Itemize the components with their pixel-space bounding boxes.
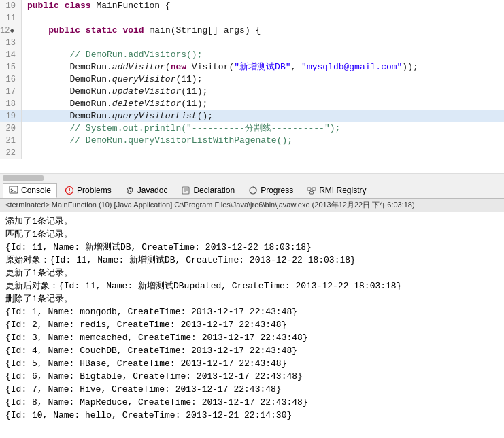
console-line-5: 更新了1条记录。 — [5, 267, 499, 280]
rmi-icon — [307, 186, 316, 195]
console-output[interactable]: 添加了1条记录。 匹配了1条记录。 {Id: 11, Name: 新增测试DB,… — [0, 212, 504, 438]
console-line-1: 添加了1条记录。 — [5, 215, 499, 228]
console-line-13: {Id: 6, Name: Bigtable, CreateTime: 2013… — [5, 370, 499, 383]
console-line-12: {Id: 5, Name: HBase, CreateTime: 2013-12… — [5, 357, 499, 370]
code-line-20: 20 // System.out.println("----------分割线-… — [0, 122, 504, 135]
line-content-18: DemoRun.deleteVisitor(11); — [22, 98, 207, 110]
code-line-15: 15 DemoRun.addVisitor(new Visitor("新增测试D… — [0, 61, 504, 73]
line-num-22: 22 — [0, 147, 22, 159]
console-header: <terminated> MainFunction (10) [Java App… — [0, 199, 504, 212]
code-line-18: 18 DemoRun.deleteVisitor(11); — [0, 98, 504, 110]
line-content-14: // DemoRun.addVisitors(); — [22, 49, 202, 61]
code-line-22: 22 — [0, 147, 504, 159]
console-line-2: 匹配了1条记录。 — [5, 228, 499, 241]
console-line-11: {Id: 4, Name: CouchDB, CreateTime: 2013-… — [5, 344, 499, 357]
console-icon — [9, 186, 18, 195]
line-num-11: 11 — [0, 12, 22, 24]
code-line-21: 21 // DemoRun.queryVisitorListWithPagena… — [0, 135, 504, 147]
line-content-20: // System.out.println("----------分割线----… — [22, 122, 340, 135]
bottom-panel: Console Problems @ Javadoc — [0, 182, 504, 438]
line-content-17: DemoRun.updateVisitor(11); — [22, 86, 207, 98]
console-line-7: 删除了1条记录。 — [5, 292, 499, 305]
tab-javadoc[interactable]: @ Javadoc — [119, 183, 174, 198]
javadoc-icon: @ — [125, 186, 135, 195]
scrollbar-thumb[interactable] — [3, 175, 44, 181]
console-line-14: {Id: 7, Name: Hive, CreateTime: 2013-12-… — [5, 383, 499, 396]
console-line-10: {Id: 3, Name: memcached, CreateTime: 201… — [5, 331, 499, 344]
svg-point-6 — [69, 192, 70, 193]
line-content-19: DemoRun.queryVisitorList(); — [22, 110, 213, 122]
tab-problems[interactable]: Problems — [58, 183, 118, 198]
tab-console-label: Console — [21, 186, 51, 195]
code-line-13: 13 — [0, 37, 504, 49]
line-content-15: DemoRun.addVisitor(new Visitor("新增测试DB",… — [22, 61, 418, 73]
line-num-19: 19 — [0, 110, 22, 122]
line-num-15: 15 — [0, 61, 22, 73]
tab-progress-label: Progress — [261, 186, 293, 195]
tab-declaration[interactable]: Declaration — [175, 183, 241, 198]
line-content-12: public static void main(String[] args) { — [22, 24, 261, 37]
line-content-10: public class MainFunction { — [22, 0, 171, 12]
line-num-13: 13 — [0, 37, 22, 49]
svg-rect-13 — [312, 188, 316, 190]
line-num-20: 20 — [0, 122, 22, 135]
console-line-4: 原始对象：{Id: 11, Name: 新增测试DB, CreateTime: … — [5, 254, 499, 267]
code-line-11: 11 — [0, 12, 504, 24]
line-num-17: 17 — [0, 86, 22, 98]
tab-bar: Console Problems @ Javadoc — [0, 182, 504, 199]
tab-rmi-registry[interactable]: RMI Registry — [301, 183, 372, 198]
line-content-16: DemoRun.queryVisitor(11); — [22, 73, 202, 86]
svg-rect-12 — [307, 188, 311, 190]
line-num-12: 12◆ — [0, 24, 22, 37]
tab-console[interactable]: Console — [3, 183, 57, 198]
console-line-15: {Id: 8, Name: MapReduce, CreateTime: 201… — [5, 396, 499, 409]
console-line-8: {Id: 1, Name: mongodb, CreateTime: 2013-… — [5, 305, 499, 318]
tab-progress[interactable]: Progress — [242, 183, 299, 198]
line-content-21: // DemoRun.queryVisitorListWithPagenate(… — [22, 135, 292, 147]
code-line-10: 10 public class MainFunction { — [0, 0, 504, 12]
code-lines: 10 public class MainFunction { 11 12◆ pu… — [0, 0, 504, 173]
code-horizontal-scrollbar[interactable] — [0, 173, 504, 182]
code-line-19: 19 DemoRun.queryVisitorList(); — [0, 110, 504, 122]
line-num-14: 14 — [0, 49, 22, 61]
code-line-16: 16 DemoRun.queryVisitor(11); — [0, 73, 504, 86]
tab-problems-label: Problems — [77, 186, 112, 195]
problems-icon — [65, 186, 74, 195]
tab-javadoc-label: Javadoc — [137, 186, 168, 195]
console-line-3: {Id: 11, Name: 新增测试DB, CreateTime: 2013-… — [5, 241, 499, 254]
line-num-16: 16 — [0, 73, 22, 86]
code-line-17: 17 DemoRun.updateVisitor(11); — [0, 86, 504, 98]
code-line-14: 14 // DemoRun.addVisitors(); — [0, 49, 504, 61]
code-line-12: 12◆ public static void main(String[] arg… — [0, 24, 504, 37]
line-num-21: 21 — [0, 135, 22, 147]
line-num-18: 18 — [0, 98, 22, 110]
declaration-icon — [181, 186, 190, 195]
progress-icon — [248, 186, 258, 195]
tab-rmi-registry-label: RMI Registry — [319, 186, 366, 195]
tab-declaration-label: Declaration — [193, 186, 235, 195]
line-num-10: 10 — [0, 0, 22, 12]
console-line-16: {Id: 10, Name: hello, CreateTime: 2013-1… — [5, 409, 499, 422]
console-line-9: {Id: 2, Name: redis, CreateTime: 2013-12… — [5, 318, 499, 331]
console-line-6: 更新后对象：{Id: 11, Name: 新增测试DBupdated, Crea… — [5, 280, 499, 292]
svg-rect-14 — [310, 192, 314, 194]
code-editor: 10 public class MainFunction { 11 12◆ pu… — [0, 0, 504, 182]
